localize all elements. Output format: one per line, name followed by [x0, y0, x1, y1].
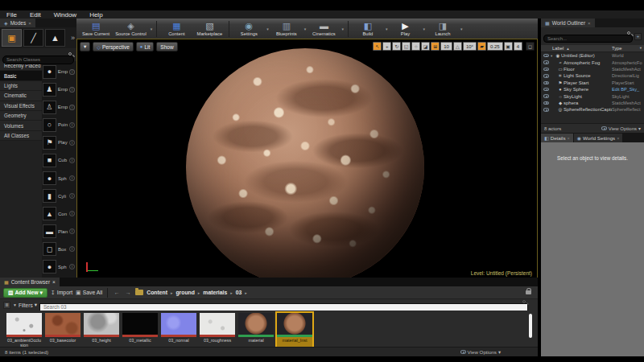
asset-tile[interactable]: material	[238, 313, 274, 347]
column-label[interactable]: Label▲	[541, 46, 612, 51]
list-item[interactable]: ♟Empi	[43, 80, 76, 98]
visibility-eye-icon[interactable]	[543, 101, 549, 105]
asset-tile[interactable]: 03_metallic	[122, 313, 158, 347]
info-icon[interactable]: i	[69, 193, 75, 199]
chevron-down-icon[interactable]: ▾	[386, 27, 388, 31]
launch-button[interactable]: ◨Launch	[427, 19, 459, 38]
tab-content-browser[interactable]: ▦Content Browser×	[0, 278, 60, 286]
camera-speed-button[interactable]: ▣	[504, 42, 513, 51]
menu-help[interactable]: Help	[89, 11, 102, 19]
close-icon[interactable]: ×	[28, 21, 31, 26]
mode-overflow-chevrons[interactable]: »	[71, 34, 75, 42]
rotate-tool-button[interactable]: ↻	[392, 42, 401, 51]
grid-snap-value[interactable]: 10	[440, 42, 452, 51]
list-item[interactable]: ▮Cylii	[43, 187, 76, 205]
breadcrumb-separator-icon[interactable]: ▸	[198, 290, 200, 295]
list-item[interactable]: ●Sphi	[43, 169, 76, 187]
list-item[interactable]: ⚑Playi	[43, 134, 76, 151]
select-tool-button[interactable]: ↖	[373, 42, 382, 51]
chevron-down-icon[interactable]: ▾	[341, 27, 344, 31]
cinematics-button[interactable]: ▬Cinematics	[308, 19, 340, 38]
source-control-button[interactable]: ◈Source Control	[113, 19, 149, 38]
list-item[interactable]: ♙Empi	[43, 98, 76, 116]
play-button[interactable]: ▶Play	[389, 19, 421, 38]
column-options-icon[interactable]: ▾	[640, 46, 642, 51]
camera-mode-button[interactable]: ◇Perspective	[93, 42, 134, 51]
build-button[interactable]: ◧Build	[352, 19, 384, 38]
outliner-filter-button[interactable]: +	[634, 33, 642, 40]
scale-snap-toggle[interactable]: ▰	[477, 42, 486, 51]
vertical-scrollbar[interactable]	[529, 314, 532, 338]
category-volumes[interactable]: Volumes	[0, 121, 42, 130]
list-item[interactable]: ▲Coni	[43, 205, 76, 223]
visibility-eye-icon[interactable]	[543, 94, 549, 98]
breadcrumb-separator-icon[interactable]: ▸	[245, 290, 247, 295]
table-row[interactable]: ⚑Player StartPlayerStart	[541, 80, 644, 86]
viewport-options-button[interactable]: ▾	[80, 42, 90, 51]
category-geometry[interactable]: Geometry	[0, 111, 42, 121]
list-item[interactable]: ◻Boxi	[43, 241, 76, 258]
list-item[interactable]: ●Sphi	[43, 258, 76, 276]
category-lights[interactable]: Lights	[0, 81, 42, 91]
info-icon[interactable]: i	[69, 122, 75, 128]
surface-snap-button[interactable]: ◪	[421, 42, 430, 51]
info-icon[interactable]: i	[69, 69, 75, 75]
list-item[interactable]: ●Empi	[43, 63, 76, 80]
chevron-down-icon[interactable]: ▾	[423, 27, 425, 31]
info-icon[interactable]: i	[69, 211, 75, 216]
add-new-button[interactable]: ▤Add New▾	[3, 288, 47, 298]
sources-panel-icon[interactable]: ≣	[3, 302, 10, 309]
category-basic[interactable]: Basic	[0, 71, 42, 80]
category-cinematic[interactable]: Cinematic	[0, 91, 42, 101]
table-row[interactable]: ▭FloorStaticMeshAct	[541, 66, 644, 72]
show-flags-button[interactable]: Show	[156, 42, 177, 51]
tab-world-settings[interactable]: ◉World Settings×	[574, 134, 623, 142]
marketplace-button[interactable]: ▧Marketplace	[193, 19, 225, 38]
visibility-eye-icon[interactable]	[543, 74, 549, 78]
info-icon[interactable]: i	[69, 264, 75, 269]
world-local-toggle[interactable]: ○	[411, 42, 420, 51]
info-icon[interactable]: i	[69, 105, 75, 110]
grid-snap-toggle[interactable]: ⊞	[431, 42, 440, 51]
chevron-down-icon[interactable]: ▾	[460, 27, 463, 31]
camera-speed-value[interactable]: 4	[514, 42, 522, 51]
paint-mode-button[interactable]: ╱	[23, 29, 43, 47]
asset-tile[interactable]: 03_roughness	[200, 313, 235, 347]
rotation-snap-value[interactable]: 10°	[463, 42, 477, 51]
content-button[interactable]: ▦Content	[160, 19, 192, 38]
translate-tool-button[interactable]: +	[382, 42, 391, 51]
back-button[interactable]: ←	[113, 290, 121, 295]
rotation-snap-toggle[interactable]: △	[453, 42, 462, 51]
list-item[interactable]: ■Cubi	[43, 151, 76, 169]
chevron-down-icon[interactable]: ▾	[304, 27, 307, 31]
menu-file[interactable]: File	[6, 11, 17, 19]
asset-tile[interactable]: 03_height	[84, 313, 119, 347]
outliner-view-options-button[interactable]: View Options▾	[601, 125, 641, 131]
table-row[interactable]: ◎SphereReflectionCaptureSphereReflect	[541, 106, 644, 113]
save-all-button[interactable]: ▣Save All	[76, 290, 102, 296]
table-row[interactable]: ◆spheraStaticMeshAct	[541, 100, 644, 106]
asset-tile[interactable]: 03_ambientOcclusion	[6, 313, 42, 347]
menu-edit[interactable]: Edit	[30, 11, 41, 19]
tab-world-outliner[interactable]: ▦ World Outliner ×	[541, 19, 595, 27]
visibility-eye-icon[interactable]	[543, 108, 549, 112]
close-icon[interactable]: ×	[52, 279, 56, 285]
info-icon[interactable]: i	[69, 246, 75, 252]
category-all-classes[interactable]: All Classes	[0, 131, 42, 141]
landscape-mode-button[interactable]: ▲	[45, 29, 65, 47]
table-row[interactable]: ≈Atmospheric FogAtmosphericFo	[541, 59, 644, 65]
info-icon[interactable]: i	[69, 158, 75, 163]
search-classes-input[interactable]	[2, 56, 74, 64]
category-visual-effects[interactable]: Visual Effects	[0, 101, 42, 111]
filters-button[interactable]: ▼Filters▾	[13, 302, 37, 308]
lock-icon[interactable]	[526, 290, 531, 294]
breadcrumb-content[interactable]: Content	[147, 290, 167, 295]
level-viewport[interactable]: ▾ ◇Perspective ●Lit Show ↖ + ↻ ◱ ○ ◪ ⊞ 1…	[76, 39, 538, 280]
info-icon[interactable]: i	[69, 87, 75, 93]
list-item[interactable]: ▬Plani	[43, 223, 76, 241]
breadcrumb-separator-icon[interactable]: ▸	[230, 290, 233, 295]
settings-button[interactable]: ◉Settings	[233, 19, 265, 38]
table-row[interactable]: ☼SkyLightSkyLight	[541, 93, 644, 99]
scale-tool-button[interactable]: ◱	[402, 42, 411, 51]
table-row[interactable]: ●Sky SphereEdit BP_Sky_	[541, 86, 644, 93]
